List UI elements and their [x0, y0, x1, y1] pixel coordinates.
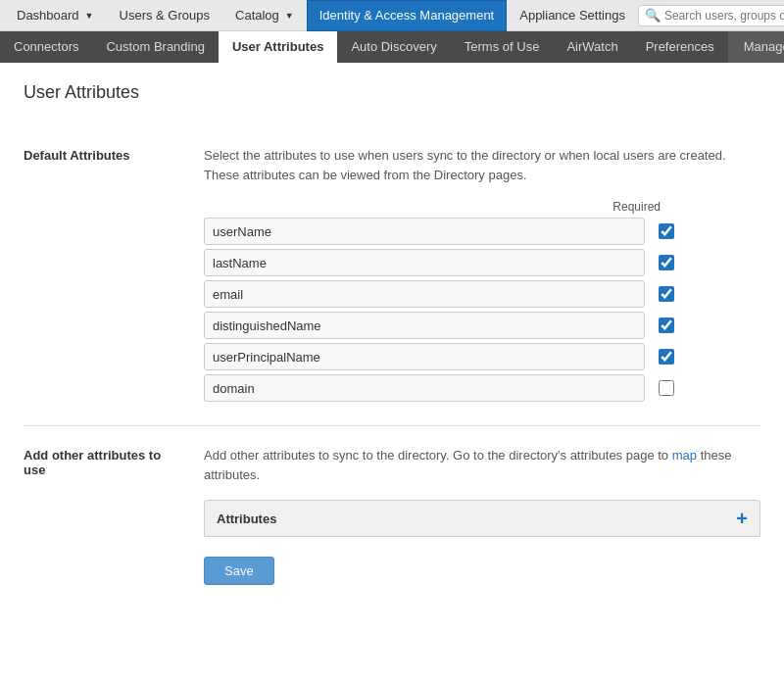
attr-input-userprincipalname[interactable] [204, 343, 645, 370]
attr-row-userprincipalname [204, 343, 760, 370]
nav-dashboard-label: Dashboard [17, 0, 79, 31]
attr-checkbox-email[interactable] [659, 286, 674, 302]
attr-required-lastname [655, 255, 678, 270]
subnav-manage-label: Manage [744, 39, 784, 54]
attr-required-userprincipalname [655, 349, 678, 365]
stacked-email-distinguished [204, 280, 760, 343]
add-attributes-content: Add other attributes to sync to the dire… [204, 446, 760, 585]
attr-row-lastname [204, 249, 760, 276]
attr-input-distinguishedname[interactable] [204, 312, 645, 339]
subnav-airwatch[interactable]: AirWatch [553, 31, 631, 63]
subnav-preferences[interactable]: Preferences [632, 31, 728, 63]
required-label-text: Required [612, 200, 661, 214]
nav-appliance-settings-label: Appliance Settings [519, 0, 625, 31]
add-attribute-button[interactable]: + [736, 509, 748, 528]
default-attributes-section: Default Attributes Select the attributes… [24, 126, 760, 426]
nav-catalog-label: Catalog [235, 0, 279, 31]
attr-input-lastname[interactable] [204, 249, 645, 276]
attr-row-domain [204, 374, 760, 402]
subnav-manage[interactable]: Manage [728, 31, 784, 63]
nav-dashboard[interactable]: Dashboard ▼ [4, 0, 107, 31]
attr-required-distinguishedname [655, 317, 678, 333]
attr-required-domain [655, 380, 678, 396]
attr-row-distinguishedname [204, 312, 760, 339]
attr-input-domain[interactable] [204, 374, 645, 402]
attr-required-email [655, 286, 678, 302]
map-link[interactable]: map [672, 448, 697, 463]
attr-input-email[interactable] [204, 280, 645, 308]
subnav-airwatch-label: AirWatch [566, 39, 617, 54]
search-bar: 🔍 [638, 5, 784, 26]
nav-users-groups-label: Users & Groups [120, 0, 210, 31]
subnav-connectors[interactable]: Connectors [0, 31, 92, 63]
attr-row-username [204, 218, 760, 245]
nav-identity-access-label: Identity & Access Management [319, 0, 494, 31]
attributes-list [204, 218, 760, 406]
attr-input-username[interactable] [204, 218, 645, 245]
subnav-terms-of-use-label: Terms of Use [465, 39, 540, 54]
attr-row-email [204, 280, 760, 308]
nav-catalog-arrow: ▼ [285, 0, 294, 31]
subnav-connectors-label: Connectors [14, 39, 78, 54]
attributes-table-header-label: Attributes [217, 512, 276, 526]
default-attributes-label: Default Attributes [24, 146, 180, 406]
nav-identity-access[interactable]: Identity & Access Management [307, 0, 507, 31]
attr-required-username [655, 223, 678, 239]
search-input[interactable] [664, 9, 784, 23]
subnav-auto-discovery[interactable]: Auto Discovery [337, 31, 450, 63]
attributes-table-header: Attributes + [204, 500, 760, 537]
required-header: Required [204, 200, 664, 214]
attr-checkbox-userprincipalname[interactable] [659, 349, 674, 365]
attr-checkbox-username[interactable] [659, 223, 674, 239]
attr-checkbox-domain[interactable] [659, 380, 674, 396]
subnav-terms-of-use[interactable]: Terms of Use [451, 31, 554, 63]
nav-dashboard-arrow: ▼ [85, 0, 94, 31]
default-attributes-content: Select the attributes to use when users … [204, 146, 760, 406]
sub-nav: Connectors Custom Branding User Attribut… [0, 31, 784, 63]
subnav-preferences-label: Preferences [646, 39, 714, 54]
default-attributes-desc: Select the attributes to use when users … [204, 146, 760, 184]
nav-appliance-settings[interactable]: Appliance Settings [507, 0, 638, 31]
attr-checkbox-lastname[interactable] [659, 255, 674, 270]
search-icon: 🔍 [645, 8, 661, 23]
add-attributes-desc: Add other attributes to sync to the dire… [204, 446, 760, 484]
attr-checkbox-distinguishedname[interactable] [659, 317, 674, 333]
subnav-custom-branding-label: Custom Branding [106, 39, 204, 54]
top-nav: Dashboard ▼ Users & Groups Catalog ▼ Ide… [0, 0, 784, 31]
page-title: User Attributes [24, 82, 760, 103]
subnav-custom-branding[interactable]: Custom Branding [92, 31, 218, 63]
add-attributes-label: Add other attributes to use [24, 446, 180, 585]
nav-catalog[interactable]: Catalog ▼ [222, 0, 307, 31]
add-attributes-section: Add other attributes to use Add other at… [24, 426, 760, 605]
subnav-user-attributes-label: User Attributes [232, 39, 323, 54]
subnav-auto-discovery-label: Auto Discovery [351, 39, 436, 54]
save-button[interactable]: Save [204, 557, 274, 585]
page-content: User Attributes Default Attributes Selec… [0, 63, 784, 683]
nav-users-groups[interactable]: Users & Groups [107, 0, 222, 31]
subnav-user-attributes[interactable]: User Attributes [219, 31, 337, 63]
